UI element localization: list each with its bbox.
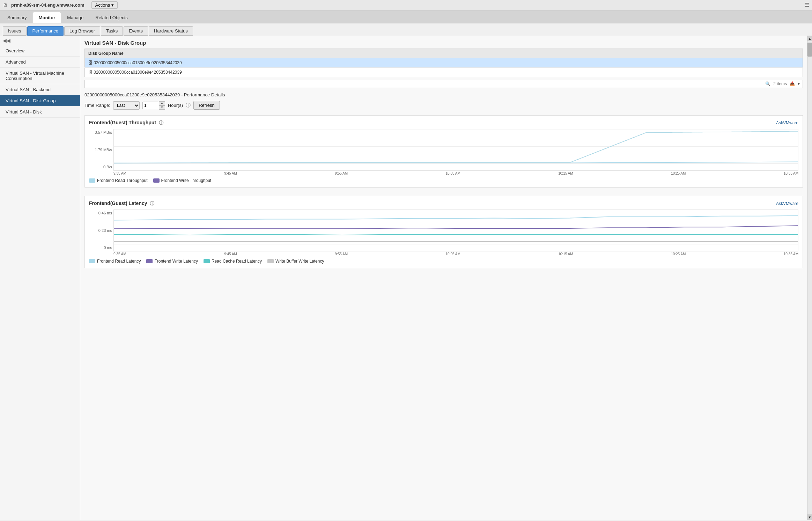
sub-tabs: Issues Performance Log Browser Tasks Eve…	[0, 23, 812, 36]
right-panel: Virtual SAN - Disk Group Disk Group Name…	[80, 36, 807, 520]
stab-events[interactable]: Events	[124, 26, 148, 36]
title-bar: 🖥 prmh-a09-sm-04.eng.vmware.com Actions …	[0, 0, 812, 10]
table-row[interactable]: 🗄 02000000005000cca01300e9e4205353442039	[85, 68, 803, 77]
tab-summary[interactable]: Summary	[1, 12, 33, 23]
latency-svg	[113, 210, 798, 251]
sidebar-item-advanced[interactable]: Advanced	[0, 57, 80, 68]
main-tabs: Summary Monitor Manage Related Objects	[0, 10, 812, 23]
sidebar-item-overview[interactable]: Overview	[0, 45, 80, 57]
actions-button[interactable]: Actions ▾	[91, 1, 118, 9]
perf-details-title: 02000000005000cca01300e9e0205353442039 -…	[84, 92, 803, 97]
legend-read-cache-latency: Read Cache Read Latency	[204, 259, 262, 264]
disk-icon: 🗄	[88, 60, 93, 65]
throughput-chart-section: Frontend(Guest) Throughput ⓘ AskVMware 3…	[84, 115, 803, 188]
dg2-name: 02000000005000cca01300e9e4205353442039	[94, 70, 182, 75]
info-icon[interactable]: ⓘ	[186, 102, 191, 109]
content-area: Issues Performance Log Browser Tasks Eve…	[0, 23, 812, 520]
throughput-svg	[113, 129, 798, 171]
latency-legend: Frontend Read Latency Frontend Write Lat…	[89, 259, 798, 264]
table-row[interactable]: 🗄 02000000005000cca01300e9e0205353442039	[85, 58, 803, 68]
sidebar-item-vsan-disk[interactable]: Virtual SAN - Disk	[0, 107, 80, 118]
legend-read-throughput: Frontend Read Throughput	[89, 178, 148, 183]
throughput-chart-title: Frontend(Guest) Throughput ⓘ	[89, 120, 163, 126]
stab-performance[interactable]: Performance	[27, 26, 64, 36]
legend-write-buffer-latency: Write Buffer Write Latency	[267, 259, 324, 264]
legend-color-read	[89, 178, 95, 183]
sidebar-item-vsan-diskgroup[interactable]: Virtual SAN - Disk Group	[0, 95, 80, 107]
stab-hardware[interactable]: Hardware Status	[149, 26, 193, 36]
chart-header: Frontend(Guest) Throughput ⓘ AskVMware	[89, 120, 798, 126]
legend-write-throughput: Frontend Write Throughput	[153, 178, 212, 183]
latency-chart-container: 0.46 ms 0.23 ms 0 ms	[89, 210, 798, 257]
export-icon[interactable]: 📥	[790, 81, 795, 86]
table-header-name: Disk Group Name	[85, 49, 803, 58]
table-footer: 🔍 2 items 📥 ▾	[84, 80, 803, 88]
refresh-button[interactable]: Refresh	[193, 101, 220, 110]
latency-chart-title: Frontend(Guest) Latency ⓘ	[89, 200, 154, 207]
time-range-select[interactable]: Last Custom	[113, 101, 140, 110]
throughput-ask-vmware[interactable]: AskVMware	[776, 120, 798, 125]
tab-related[interactable]: Related Objects	[89, 12, 134, 23]
throughput-y-axis: 3.57 MB/s 1.79 MB/s 0 B/s	[89, 129, 113, 176]
latency-x-axis: 9:35 AM 9:45 AM 9:55 AM 10:05 AM 10:15 A…	[113, 251, 798, 257]
disk-group-section-title: Virtual SAN - Disk Group	[84, 40, 803, 46]
menu-icon[interactable]: ☰	[804, 2, 809, 8]
scroll-up-button[interactable]: ▲	[807, 36, 812, 41]
latency-info-icon[interactable]: ⓘ	[150, 201, 154, 206]
legend-color-write-latency	[146, 259, 153, 263]
time-value-wrap: ▲ ▼	[142, 101, 165, 110]
throughput-legend: Frontend Read Throughput Frontend Write …	[89, 178, 798, 183]
latency-chart-area: 9:35 AM 9:45 AM 9:55 AM 10:05 AM 10:15 A…	[113, 210, 798, 257]
disk-group-table: Disk Group Name 🗄 02000000005000cca01300…	[84, 49, 803, 77]
legend-color-write-buffer-latency	[267, 259, 274, 263]
time-unit-label: Hour(s)	[168, 103, 183, 108]
stab-tasks[interactable]: Tasks	[101, 26, 123, 36]
latency-chart-header: Frontend(Guest) Latency ⓘ AskVMware	[89, 200, 798, 207]
legend-color-write	[153, 178, 160, 183]
scroll-down-button[interactable]: ▼	[807, 514, 812, 520]
time-range-bar: Time Range: Last Custom ▲ ▼ Hour(s) ⓘ	[84, 101, 803, 110]
stab-issues[interactable]: Issues	[3, 26, 27, 36]
latency-ask-vmware[interactable]: AskVMware	[776, 201, 798, 206]
filter-icon[interactable]: 🔍	[765, 81, 770, 86]
export-arrow-icon[interactable]: ▾	[798, 81, 800, 86]
host-name: prmh-a09-sm-04.eng.vmware.com	[11, 2, 84, 8]
main-content: ◀◀ Overview Advanced Virtual SAN - Virtu…	[0, 36, 812, 520]
spinner-buttons: ▲ ▼	[159, 101, 165, 110]
spinner-down[interactable]: ▼	[159, 105, 165, 110]
legend-color-read-cache-latency	[204, 259, 210, 263]
sidebar: ◀◀ Overview Advanced Virtual SAN - Virtu…	[0, 36, 80, 520]
item-count: 2 items	[773, 81, 787, 86]
sidebar-item-vsan-backend[interactable]: Virtual SAN - Backend	[0, 84, 80, 95]
throughput-info-icon[interactable]: ⓘ	[159, 120, 163, 125]
latency-chart-section: Frontend(Guest) Latency ⓘ AskVMware 0.46…	[84, 196, 803, 268]
stab-logbrowser[interactable]: Log Browser	[64, 26, 100, 36]
spinner-up[interactable]: ▲	[159, 101, 165, 105]
vertical-scrollbar[interactable]: ▲ ▼	[807, 36, 812, 520]
scroll-thumb[interactable]	[807, 43, 812, 57]
throughput-x-axis: 9:35 AM 9:45 AM 9:55 AM 10:05 AM 10:15 A…	[113, 171, 798, 176]
perf-details: 02000000005000cca01300e9e0205353442039 -…	[84, 92, 803, 268]
legend-write-latency: Frontend Write Latency	[146, 259, 198, 264]
legend-read-latency: Frontend Read Latency	[89, 259, 141, 264]
time-range-label: Time Range:	[84, 103, 110, 108]
latency-y-axis: 0.46 ms 0.23 ms 0 ms	[89, 210, 113, 257]
throughput-chart-container: 3.57 MB/s 1.79 MB/s 0 B/s	[89, 129, 798, 176]
tab-manage[interactable]: Manage	[61, 12, 89, 23]
disk-icon: 🗄	[88, 70, 93, 75]
sidebar-item-vsan-vm[interactable]: Virtual SAN - Virtual Machine Consumptio…	[0, 68, 80, 84]
tab-monitor[interactable]: Monitor	[33, 12, 61, 23]
collapse-button[interactable]: ◀◀	[0, 36, 80, 45]
legend-color-read-latency	[89, 259, 95, 263]
host-icon: 🖥	[3, 2, 8, 8]
dg1-name: 02000000005000cca01300e9e0205353442039	[94, 60, 182, 65]
time-value-input[interactable]	[142, 102, 158, 109]
throughput-chart-area: 9:35 AM 9:45 AM 9:55 AM 10:05 AM 10:15 A…	[113, 129, 798, 176]
